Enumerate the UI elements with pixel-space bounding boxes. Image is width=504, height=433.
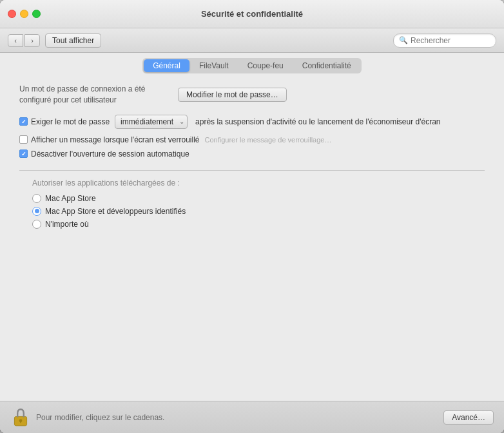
svg-rect-2 [20,420,21,423]
tabs-container: Général FileVault Coupe-feu Confidential… [142,58,362,73]
title-bar: Sécurité et confidentialité [0,0,504,28]
tab-filevault[interactable]: FileVault [190,59,238,72]
radio-mac-app-store-devs-button[interactable] [32,207,41,216]
auto-login-checkbox[interactable] [19,149,28,158]
forward-button[interactable]: › [24,34,40,47]
password-section: Un mot de passe de connexion a été confi… [19,84,485,106]
search-input[interactable] [411,36,490,45]
tabs-bar: Général FileVault Coupe-feu Confidential… [0,53,504,73]
show-message-checkbox-label[interactable]: Afficher un message lorsque l'écran est … [19,135,200,144]
main-window: Sécurité et confidentialité ‹ › Tout aff… [0,0,504,433]
show-message-row: Afficher un message lorsque l'écran est … [19,135,485,144]
tab-firewall[interactable]: Coupe-feu [238,59,293,72]
lock-icon-wrap [10,407,31,428]
traffic-lights [8,10,41,18]
radio-mac-app-store-label: Mac App Store [45,194,96,203]
separator [19,170,485,171]
search-box: 🔍 [393,34,496,48]
require-password-row: Exiger le mot de passe immédiatement ⌄ a… [19,115,485,129]
radio-mac-app-store-devs[interactable]: Mac App Store et développeurs identifiés [32,207,485,216]
window-title: Sécurité et confidentialité [201,9,303,19]
show-message-checkbox[interactable] [19,135,28,144]
nav-buttons: ‹ › [8,34,40,47]
password-label: Un mot de passe de connexion a été confi… [19,84,168,106]
show-message-text: Afficher un message lorsque l'écran est … [31,135,200,144]
tab-privacy[interactable]: Confidentialité [293,59,360,72]
configure-message-button[interactable]: Configurer le message de verrouillage… [205,136,332,144]
back-button[interactable]: ‹ [8,34,23,47]
modify-password-button[interactable]: Modifier le mot de passe… [178,88,287,102]
show-all-button[interactable]: Tout afficher [45,34,101,48]
radio-mac-app-store-devs-label: Mac App Store et développeurs identifiés [45,207,186,216]
radio-anywhere-label: N'importe où [45,220,89,229]
auto-login-row: Désactiver l'ouverture de session automa… [19,149,485,159]
auto-login-checkbox-label[interactable]: Désactiver l'ouverture de session automa… [19,149,189,159]
require-password-checkbox-label[interactable]: Exiger le mot de passe [19,117,110,126]
require-password-checkbox[interactable] [19,117,28,126]
after-dropdown-text: après la suspension d'activité ou le lan… [195,117,440,126]
radio-mac-app-store-button[interactable] [32,194,41,203]
search-icon: 🔍 [399,36,408,44]
lock-label: Pour modifier, cliquez sur le cadenas. [36,413,443,422]
minimize-button[interactable] [20,10,28,18]
lock-icon [10,407,31,428]
tab-general[interactable]: Général [144,59,189,72]
radio-anywhere-button[interactable] [32,220,41,229]
password-timing-dropdown[interactable]: immédiatement [115,115,188,129]
download-section-label: Autoriser les applications téléchargées … [32,178,485,188]
radio-group: Mac App Store Mac App Store et développe… [32,194,485,229]
advanced-button[interactable]: Avancé… [443,410,494,425]
password-timing-dropdown-wrapper: immédiatement ⌄ [115,115,188,129]
radio-anywhere[interactable]: N'importe où [32,220,485,229]
content-area: Un mot de passe de connexion a été confi… [0,73,504,401]
auto-login-text: Désactiver l'ouverture de session automa… [31,149,189,159]
require-password-text: Exiger le mot de passe [31,117,110,126]
close-button[interactable] [8,10,16,18]
radio-mac-app-store[interactable]: Mac App Store [32,194,485,203]
toolbar: ‹ › Tout afficher 🔍 [0,28,504,53]
maximize-button[interactable] [32,10,41,18]
bottom-bar: Pour modifier, cliquez sur le cadenas. A… [0,401,504,433]
